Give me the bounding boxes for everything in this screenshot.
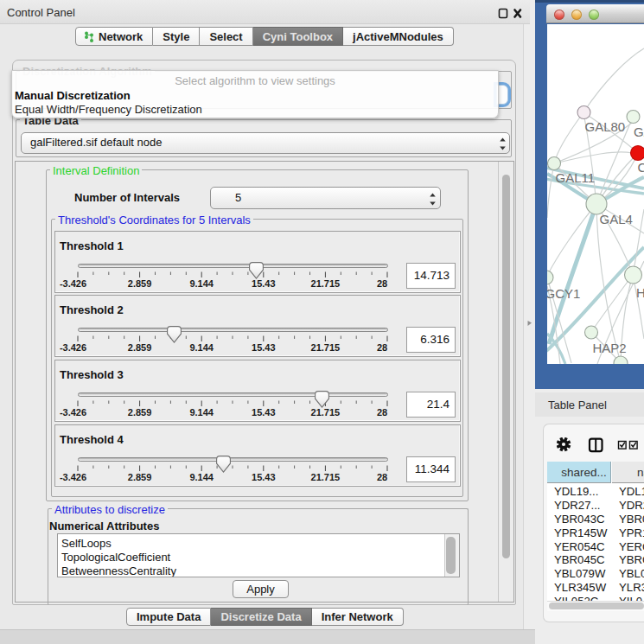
svg-text:C: C [638, 160, 644, 175]
svg-text:GAL4: GAL4 [600, 212, 633, 226]
svg-text:HAP2: HAP2 [593, 341, 627, 355]
svg-text:GA: GA [634, 124, 644, 139]
svg-text:H: H [636, 285, 644, 300]
svg-text:GAL11: GAL11 [556, 170, 596, 185]
svg-text:GCY1: GCY1 [547, 286, 580, 301]
svg-text:GAL80: GAL80 [585, 119, 626, 134]
